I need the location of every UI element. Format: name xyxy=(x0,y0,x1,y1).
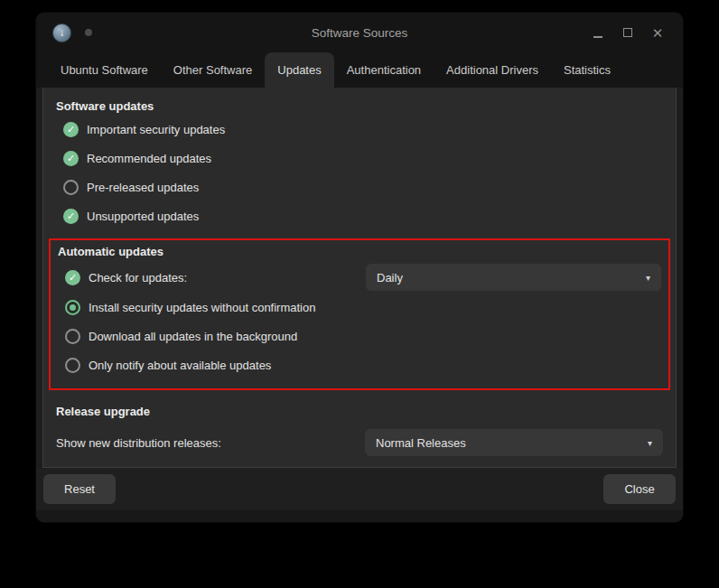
check-icon: ✓ xyxy=(67,124,75,135)
window-bottom-edge xyxy=(36,510,683,522)
radio-label: Only notify about available updates xyxy=(89,359,271,372)
tab-ubuntu-software[interactable]: Ubuntu Software xyxy=(48,52,161,88)
checkbox-row-important-security[interactable]: ✓ Important security updates xyxy=(63,115,663,144)
checkbox-row-check-for-updates[interactable]: ✓ Check for updates: Daily ▾ xyxy=(65,262,661,293)
radio-unselected-icon xyxy=(65,358,80,373)
chevron-down-icon: ▾ xyxy=(648,438,652,448)
release-upgrade-section: Release upgrade Show new distribution re… xyxy=(49,390,670,456)
checkbox-checked-icon: ✓ xyxy=(65,270,80,285)
titlebar: ↓ Software Sources ✕ xyxy=(36,13,683,52)
checkbox-label: Recommended updates xyxy=(87,152,211,165)
checkbox-checked-icon: ✓ xyxy=(63,209,79,224)
tab-statistics[interactable]: Statistics xyxy=(551,52,623,88)
tab-label: Statistics xyxy=(564,63,611,77)
chevron-down-icon: ▾ xyxy=(646,273,650,283)
reset-button[interactable]: Reset xyxy=(43,474,116,504)
tab-label: Updates xyxy=(277,63,321,77)
down-arrow-icon: ↓ xyxy=(60,26,65,39)
close-button[interactable]: Close xyxy=(603,474,676,504)
checkbox-label: Pre-released updates xyxy=(87,181,199,194)
radio-selected-icon xyxy=(65,300,80,315)
distribution-releases-dropdown[interactable]: Normal Releases ▾ xyxy=(365,429,663,456)
dialog-action-area: Reset Close xyxy=(36,468,683,510)
check-icon: ✓ xyxy=(69,272,77,284)
dropdown-value: Normal Releases xyxy=(376,436,466,450)
checkbox-label: Check for updates: xyxy=(89,271,187,285)
reset-button-label: Reset xyxy=(64,482,95,496)
minimize-button[interactable] xyxy=(591,24,605,41)
dropdown-value: Daily xyxy=(377,271,403,285)
software-updates-section: Software updates ✓ Important security up… xyxy=(49,88,670,230)
checkbox-row-unsupported[interactable]: ✓ Unsupported updates xyxy=(63,201,663,230)
automatic-updates-section-highlight: Automatic updates ✓ Check for updates: D… xyxy=(49,238,670,390)
close-button-label: Close xyxy=(624,482,654,496)
minimize-icon xyxy=(593,36,602,38)
radio-row-download-background[interactable]: Download all updates in the background xyxy=(65,322,661,350)
tab-label: Authentication xyxy=(347,63,421,77)
release-upgrade-row: Show new distribution releases: Normal R… xyxy=(56,429,663,456)
section-heading: Release upgrade xyxy=(56,404,663,420)
checkbox-label: Unsupported updates xyxy=(87,210,199,223)
tab-authentication[interactable]: Authentication xyxy=(334,52,434,88)
window-title: Software Sources xyxy=(36,26,683,40)
maximize-icon xyxy=(623,28,632,37)
check-frequency-dropdown[interactable]: Daily ▾ xyxy=(366,264,661,291)
tab-label: Additional Drivers xyxy=(446,63,538,77)
maximize-button[interactable] xyxy=(621,24,635,41)
check-icon: ✓ xyxy=(67,153,75,164)
check-icon: ✓ xyxy=(67,210,75,222)
window-controls: ✕ xyxy=(591,24,665,41)
updates-tab-panel: Software updates ✓ Important security up… xyxy=(42,88,677,468)
checkbox-checked-icon: ✓ xyxy=(63,122,79,137)
tab-label: Other Software xyxy=(173,63,252,77)
radio-unselected-icon xyxy=(65,329,80,344)
checkbox-unchecked-icon xyxy=(63,180,79,195)
radio-row-install-security[interactable]: Install security updates without confirm… xyxy=(65,293,661,322)
tab-other-software[interactable]: Other Software xyxy=(161,52,265,88)
section-heading: Software updates xyxy=(56,98,663,115)
close-window-button[interactable]: ✕ xyxy=(650,24,665,41)
app-download-icon: ↓ xyxy=(52,23,71,42)
checkbox-label: Important security updates xyxy=(87,123,225,136)
software-sources-window: ↓ Software Sources ✕ Ubuntu Software Oth… xyxy=(36,13,683,522)
release-row-label: Show new distribution releases: xyxy=(56,436,221,450)
radio-row-only-notify[interactable]: Only notify about available updates xyxy=(65,350,661,379)
checkbox-row-recommended[interactable]: ✓ Recommended updates xyxy=(63,144,663,173)
radio-label: Install security updates without confirm… xyxy=(89,301,315,314)
checkbox-row-pre-released[interactable]: Pre-released updates xyxy=(63,173,663,201)
tab-updates[interactable]: Updates xyxy=(265,52,333,88)
tab-additional-drivers[interactable]: Additional Drivers xyxy=(434,52,551,88)
status-dot-icon xyxy=(85,29,92,36)
close-icon: ✕ xyxy=(652,26,664,40)
radio-label: Download all updates in the background xyxy=(89,330,297,343)
tab-bar: Ubuntu Software Other Software Updates A… xyxy=(36,52,683,88)
section-heading: Automatic updates xyxy=(58,244,661,260)
tab-label: Ubuntu Software xyxy=(61,63,148,77)
checkbox-checked-icon: ✓ xyxy=(63,151,79,166)
